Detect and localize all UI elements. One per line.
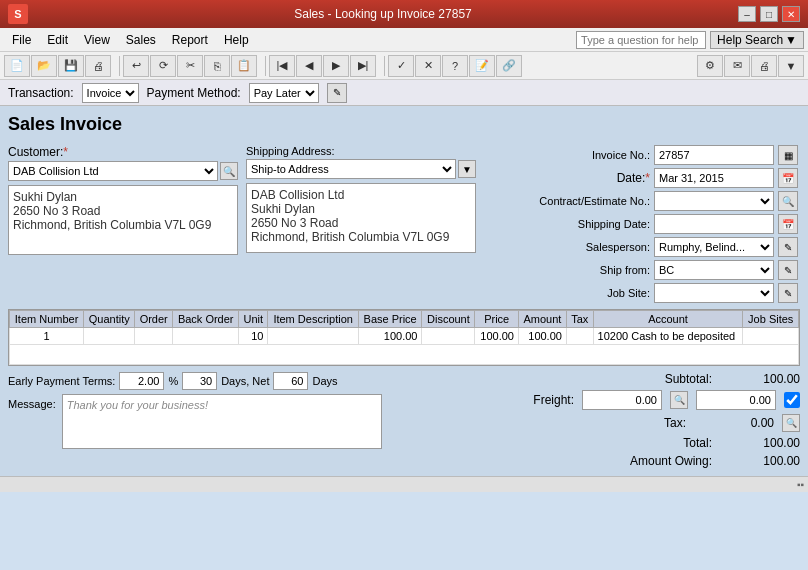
status-text: ▪▪ [797, 479, 804, 490]
payment-days2-input[interactable] [273, 372, 308, 390]
undo-button[interactable]: ↩ [123, 55, 149, 77]
help-search-area: Help Search ▼ [576, 31, 804, 49]
col-quantity: Quantity [84, 311, 135, 328]
shipping-date-btn[interactable]: 📅 [778, 214, 798, 234]
freight-checkbox[interactable] [784, 392, 800, 408]
help-button[interactable]: ? [442, 55, 468, 77]
contract-label: Contract/Estimate No.: [484, 195, 650, 207]
help-search-button[interactable]: Help Search ▼ [710, 31, 804, 49]
prev-button[interactable]: ◀ [296, 55, 322, 77]
menu-help[interactable]: Help [216, 31, 257, 49]
print-button[interactable]: 🖨 [85, 55, 111, 77]
menu-file[interactable]: File [4, 31, 39, 49]
attach-button[interactable]: 🔗 [496, 55, 522, 77]
cell-account: 10200 Cash to be deposited [593, 328, 743, 345]
save-button[interactable]: 💾 [58, 55, 84, 77]
customer-search-btn[interactable]: 🔍 [220, 162, 238, 180]
copy-button[interactable]: ⎘ [204, 55, 230, 77]
contract-select[interactable] [654, 191, 774, 211]
terms-row: Early Payment Terms: % Days, Net Days [8, 372, 382, 390]
customer-row: DAB Collision Ltd 🔍 [8, 161, 238, 181]
toolbar-1: 📄 📂 💾 🖨 ↩ ⟳ ✂ ⎘ 📋 |◀ ◀ ▶ ▶| ✓ ✕ ? 📝 🔗 ⚙ … [0, 52, 808, 80]
days-label: Days [312, 375, 337, 387]
payment-method-select[interactable]: Pay Later [249, 83, 319, 103]
freight-input[interactable] [582, 390, 662, 410]
toolbar-right: ⚙ ✉ 🖨 ▼ [697, 55, 804, 77]
payment-days1-input[interactable] [182, 372, 217, 390]
cell-order [135, 328, 173, 345]
check-button[interactable]: ✓ [388, 55, 414, 77]
new-button[interactable]: 📄 [4, 55, 30, 77]
menu-report[interactable]: Report [164, 31, 216, 49]
ship-from-select[interactable]: BC [654, 260, 774, 280]
open-button[interactable]: 📂 [31, 55, 57, 77]
shipping-address-box: DAB Collision Ltd Sukhi Dylan 2650 No 3 … [246, 183, 476, 253]
invoice-no-btn[interactable]: ▦ [778, 145, 798, 165]
cell-job-sites [743, 328, 799, 345]
email-button[interactable]: ✉ [724, 55, 750, 77]
top-section: Customer:* DAB Collision Ltd 🔍 Sukhi Dyl… [8, 145, 800, 303]
contract-btn[interactable]: 🔍 [778, 191, 798, 211]
x-button[interactable]: ✕ [415, 55, 441, 77]
amount-owing-label: Amount Owing: [630, 454, 712, 468]
amount-owing-row: Amount Owing: 100.00 [630, 454, 800, 468]
payment-method-label: Payment Method: [147, 86, 241, 100]
customer-panel: Customer:* DAB Collision Ltd 🔍 Sukhi Dyl… [8, 145, 238, 303]
col-amount: Amount [518, 311, 566, 328]
salesperson-btn[interactable]: ✎ [778, 237, 798, 257]
ship-from-btn[interactable]: ✎ [778, 260, 798, 280]
freight-extra-input[interactable] [696, 390, 776, 410]
paste-button[interactable]: 📋 [231, 55, 257, 77]
first-button[interactable]: |◀ [269, 55, 295, 77]
job-site-btn[interactable]: ✎ [778, 283, 798, 303]
payment-percent-input[interactable] [119, 372, 164, 390]
customer-select[interactable]: DAB Collision Ltd [8, 161, 218, 181]
transaction-label: Transaction: [8, 86, 74, 100]
payment-icon-btn[interactable]: ✎ [327, 83, 347, 103]
shipping-select[interactable]: Ship-to Address [246, 159, 456, 179]
col-account: Account [593, 311, 743, 328]
transaction-select[interactable]: Invoice [82, 83, 139, 103]
sep2 [260, 56, 266, 76]
help-search-input[interactable] [576, 31, 706, 49]
print2-button[interactable]: 🖨 [751, 55, 777, 77]
maximize-button[interactable]: □ [760, 6, 778, 22]
tax-search-btn[interactable]: 🔍 [782, 414, 800, 432]
invoice-table: Item Number Quantity Order Back Order Un… [8, 309, 800, 366]
customer-address-box: Sukhi Dylan 2650 No 3 Road Richmond, Bri… [8, 185, 238, 255]
total-label: Total: [632, 436, 712, 450]
col-discount: Discount [422, 311, 475, 328]
tax-value: 0.00 [694, 416, 774, 430]
days-net-label: Days, Net [221, 375, 269, 387]
menu-view[interactable]: View [76, 31, 118, 49]
message-textarea[interactable]: Thank you for your business! [62, 394, 382, 449]
app-logo: S [8, 4, 28, 24]
salesperson-select[interactable]: Rumphy, Belind... [654, 237, 774, 257]
cell-discount [422, 328, 475, 345]
window-controls[interactable]: – □ ✕ [738, 6, 800, 22]
shipping-search-btn[interactable]: ▼ [458, 160, 476, 178]
invoice-no-input[interactable] [654, 145, 774, 165]
cut-button[interactable]: ✂ [177, 55, 203, 77]
memo-button[interactable]: 📝 [469, 55, 495, 77]
last-button[interactable]: ▶| [350, 55, 376, 77]
sep1 [114, 56, 120, 76]
cell-quantity [84, 328, 135, 345]
next-button[interactable]: ▶ [323, 55, 349, 77]
freight-search-btn[interactable]: 🔍 [670, 391, 688, 409]
dropdown-button[interactable]: ▼ [778, 55, 804, 77]
minimize-button[interactable]: – [738, 6, 756, 22]
date-input[interactable] [654, 168, 774, 188]
col-tax: Tax [566, 311, 593, 328]
shipping-date-input[interactable] [654, 214, 774, 234]
settings-button[interactable]: ⚙ [697, 55, 723, 77]
job-site-select[interactable] [654, 283, 774, 303]
message-section: Early Payment Terms: % Days, Net Days Me… [8, 372, 382, 449]
menu-edit[interactable]: Edit [39, 31, 76, 49]
close-button[interactable]: ✕ [782, 6, 800, 22]
refresh-button[interactable]: ⟳ [150, 55, 176, 77]
date-btn[interactable]: 📅 [778, 168, 798, 188]
ship-from-label: Ship from: [484, 264, 650, 276]
menu-sales[interactable]: Sales [118, 31, 164, 49]
shipping-date-label: Shipping Date: [484, 218, 650, 230]
